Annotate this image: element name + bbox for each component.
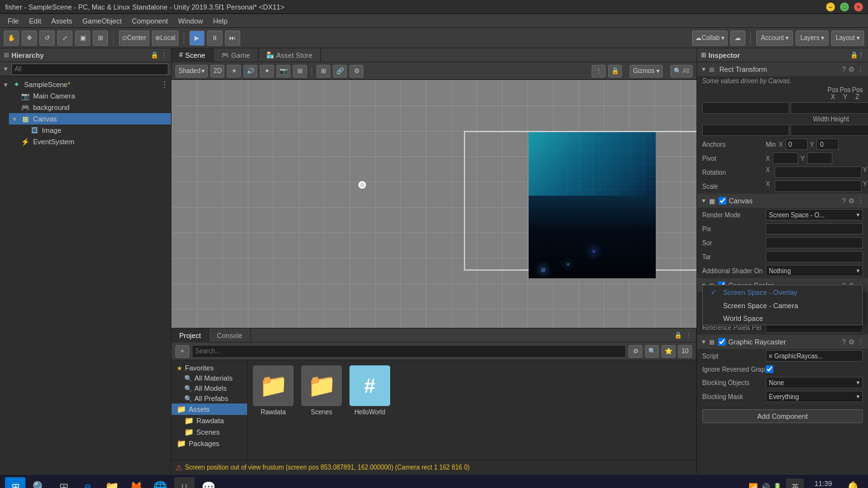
inspector-lock-icon[interactable]: 🔒: [850, 51, 858, 58]
asset-item-helloworld[interactable]: # HelloWorld: [349, 365, 390, 416]
graphic-raycaster-header[interactable]: ▼ ⊞ Graphic Raycaster ? ⚙ ⋮: [697, 335, 868, 349]
tab-console[interactable]: Console: [209, 329, 250, 342]
canvas-settings[interactable]: ⚙: [848, 197, 855, 205]
view-toggle-button[interactable]: 10: [678, 345, 692, 358]
scale-x-field[interactable]: 1: [775, 180, 862, 192]
rect-transform-header[interactable]: ▼ ⊞ Rect Transform ? ⚙ ⋮: [697, 62, 868, 76]
audio-button[interactable]: 🔊: [243, 65, 257, 78]
pause-button[interactable]: ⏸: [207, 30, 222, 46]
create-button[interactable]: +: [175, 345, 189, 358]
menu-file[interactable]: File: [3, 16, 24, 26]
project-lock-icon[interactable]: 🔒: [674, 332, 682, 339]
maximize-button[interactable]: □: [840, 3, 849, 11]
hierarchy-item-background[interactable]: 🎮 background: [9, 102, 171, 113]
hierarchy-item-maincamera[interactable]: 📷 Main Camera: [9, 90, 171, 102]
collab-button[interactable]: ☁ Collab ▾: [692, 30, 728, 46]
tray-battery-icon[interactable]: 🔋: [773, 483, 782, 489]
project-allmaterials[interactable]: 🔍 All Materials: [172, 373, 247, 383]
scene-view[interactable]: [172, 80, 696, 328]
scene-lock-button[interactable]: 🔒: [608, 65, 622, 78]
window-controls[interactable]: – □ ×: [826, 3, 863, 11]
pivot-y-field[interactable]: 0.5: [807, 152, 832, 164]
hierarchy-item-eventsystem[interactable]: ⚡ EventSystem: [9, 136, 171, 147]
minimize-button[interactable]: –: [826, 3, 835, 11]
layout-dropdown[interactable]: Layout ▾: [831, 30, 864, 46]
project-favorites[interactable]: ★ Favorites: [172, 363, 247, 373]
taskbar-clock[interactable]: 11:39 2020/3/27: [808, 480, 839, 489]
menu-help[interactable]: Help: [208, 16, 233, 26]
snap-button[interactable]: 🔗: [333, 65, 347, 78]
grid-button[interactable]: ⊞: [316, 65, 330, 78]
hierarchy-item-image[interactable]: 🖼 Image: [18, 125, 171, 136]
scene-options-button[interactable]: ⋮: [592, 65, 606, 78]
rot-x-field[interactable]: 0: [775, 166, 862, 178]
blocking-mask-dropdown[interactable]: Everything ▾: [766, 391, 863, 402]
move-tool-button[interactable]: ✥: [22, 30, 37, 46]
height-field[interactable]: 322: [790, 125, 868, 136]
hierarchy-item-canvas[interactable]: ▼ ▦ Canvas: [9, 113, 171, 125]
project-allprefabs[interactable]: 🔍 All Prefabs: [172, 393, 247, 403]
search-filter-button[interactable]: ⚙: [628, 345, 642, 358]
project-more-icon[interactable]: ⋮: [686, 332, 692, 339]
rect-transform-more[interactable]: ⋮: [857, 65, 864, 74]
local-button[interactable]: ⊕ Local: [152, 30, 179, 46]
transform-tool-button[interactable]: ⊞: [93, 30, 108, 46]
cloud-button[interactable]: ☁: [730, 30, 745, 46]
search-type-button[interactable]: 🔍: [645, 345, 659, 358]
tar-field[interactable]: [766, 251, 863, 262]
tab-game[interactable]: 🎮 Game: [214, 48, 259, 62]
gr-more[interactable]: ⋮: [857, 338, 864, 346]
project-search-input[interactable]: [192, 345, 626, 358]
gr-help[interactable]: ?: [842, 338, 846, 346]
layers-dropdown[interactable]: Layers ▾: [796, 30, 829, 46]
add-component-button[interactable]: Add Component: [702, 409, 863, 423]
canvas-help[interactable]: ?: [842, 197, 846, 205]
script-field[interactable]: ≡ GraphicRaycas...: [766, 350, 863, 362]
gizmos-tools-button[interactable]: ⊞: [293, 65, 307, 78]
lighting-button[interactable]: ☀: [227, 65, 241, 78]
scene-pivot-handle[interactable]: [358, 181, 366, 189]
scale-tool-button[interactable]: ⤢: [57, 30, 72, 46]
hierarchy-search-input[interactable]: [11, 64, 168, 75]
tab-assetstore[interactable]: 🏪 Asset Store: [259, 48, 321, 62]
anchor-min-x[interactable]: [785, 139, 808, 150]
graphic-raycaster-enabled[interactable]: [718, 338, 726, 346]
tab-scene[interactable]: # Scene: [172, 48, 214, 62]
pivot-x-field[interactable]: 0.5: [773, 152, 798, 164]
render-mode-dropdown[interactable]: Screen Space - O... ▾: [766, 209, 863, 220]
render-option-camera[interactable]: Screen Space - Camera: [703, 299, 862, 312]
render-option-overlay[interactable]: ✓ Screen Space - Overlay: [703, 285, 862, 299]
pos-x-field[interactable]: 408.5: [702, 102, 789, 114]
taskbar-edge-icon[interactable]: e: [78, 477, 98, 489]
tab-project[interactable]: Project: [172, 329, 209, 342]
menu-window[interactable]: Window: [173, 16, 208, 26]
taskbar-task-view-icon[interactable]: ⊞: [53, 477, 74, 489]
step-button[interactable]: ⏭: [225, 30, 240, 46]
asset-item-rawdata[interactable]: 📁 Rawdata: [253, 365, 294, 416]
snap-settings-button[interactable]: ⚙: [349, 65, 363, 78]
account-dropdown[interactable]: Account ▾: [756, 30, 793, 46]
shading-mode-dropdown[interactable]: Shaded ▾: [175, 65, 208, 78]
taskbar-explorer-icon[interactable]: 📁: [102, 477, 122, 489]
project-allmodels[interactable]: 🔍 All Models: [172, 383, 247, 393]
hierarchy-lock-icon[interactable]: 🔒: [151, 51, 158, 58]
tray-volume-icon[interactable]: 🔊: [761, 483, 770, 489]
taskbar-lang-indicator[interactable]: 英: [786, 478, 804, 489]
canvas-enabled-checkbox[interactable]: [719, 197, 726, 205]
pos-y-field[interactable]: 161: [790, 102, 868, 114]
inspector-more-icon[interactable]: ⋮: [858, 51, 864, 58]
gizmos-button[interactable]: Gizmos ▾: [630, 65, 663, 78]
project-rawdata[interactable]: 📁 Rawdata: [172, 415, 247, 426]
project-assets-root[interactable]: 📁 Assets: [172, 403, 247, 415]
taskbar-wechat-icon[interactable]: 💬: [198, 477, 219, 489]
search-gizmos[interactable]: 🔍 All: [670, 65, 693, 78]
anchor-min-y[interactable]: [817, 139, 839, 150]
hand-tool-button[interactable]: ✋: [4, 30, 19, 46]
blocking-objects-dropdown[interactable]: None ▾: [766, 377, 863, 388]
menu-component[interactable]: Component: [126, 16, 173, 26]
rect-transform-settings[interactable]: ⚙: [848, 65, 855, 74]
taskbar-browser-icon[interactable]: 🦊: [126, 477, 146, 489]
render-option-worldspace[interactable]: World Space: [703, 312, 862, 325]
additional-shader-dropdown[interactable]: Nothing ▾: [766, 265, 863, 276]
effects-button[interactable]: ✦: [260, 65, 274, 78]
